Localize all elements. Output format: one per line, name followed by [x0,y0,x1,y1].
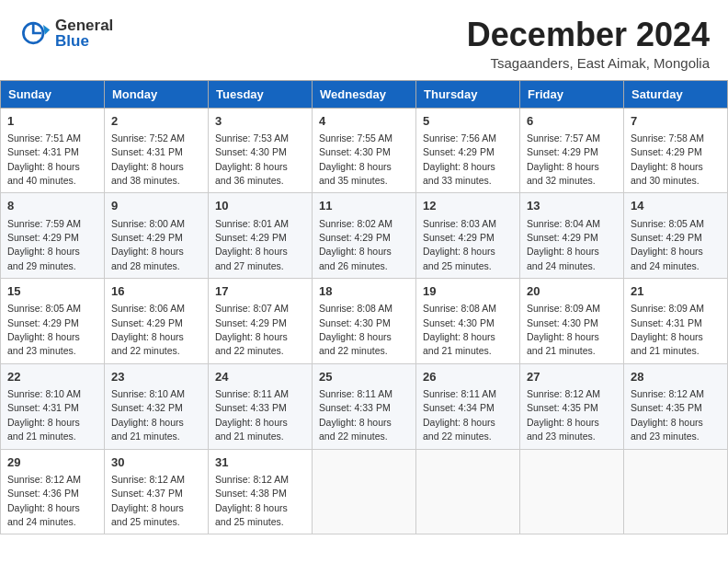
day-info: Sunrise: 7:58 AMSunset: 4:29 PMDaylight:… [631,132,704,186]
day-info: Sunrise: 8:08 AMSunset: 4:30 PMDaylight:… [319,303,392,356]
day-number: 4 [319,113,409,130]
calendar-cell [313,449,416,534]
day-number: 7 [631,113,721,130]
day-number: 21 [631,283,721,300]
logo: General Blue [18,17,113,50]
day-number: 10 [215,198,305,214]
day-info: Sunrise: 7:57 AMSunset: 4:29 PMDaylight:… [527,132,600,186]
weekday-header: Sunday [1,80,105,108]
day-number: 28 [631,369,721,385]
location: Tsagaanders, East Aimak, Mongolia [467,55,710,71]
calendar-cell: 4Sunrise: 7:55 AMSunset: 4:30 PMDaylight… [313,108,416,193]
day-number: 9 [111,198,201,214]
logo-general: General [55,17,113,33]
day-info: Sunrise: 8:04 AMSunset: 4:29 PMDaylight:… [527,218,600,271]
day-info: Sunrise: 8:11 AMSunset: 4:33 PMDaylight:… [319,388,392,442]
day-info: Sunrise: 7:55 AMSunset: 4:30 PMDaylight:… [319,132,392,186]
calendar-cell: 3Sunrise: 7:53 AMSunset: 4:30 PMDaylight… [209,108,313,193]
calendar-cell: 19Sunrise: 8:08 AMSunset: 4:30 PMDayligh… [416,279,520,364]
calendar-cell: 9Sunrise: 8:00 AMSunset: 4:29 PMDaylight… [105,193,209,279]
calendar-cell: 13Sunrise: 8:04 AMSunset: 4:29 PMDayligh… [520,193,624,279]
calendar-week-row: 8Sunrise: 7:59 AMSunset: 4:29 PMDaylight… [1,193,728,279]
calendar-cell: 30Sunrise: 8:12 AMSunset: 4:37 PMDayligh… [105,449,209,534]
calendar-cell: 31Sunrise: 8:12 AMSunset: 4:38 PMDayligh… [209,449,313,534]
day-number: 5 [423,113,513,130]
day-number: 12 [423,198,513,214]
day-info: Sunrise: 8:11 AMSunset: 4:33 PMDaylight:… [215,388,289,442]
calendar-cell: 21Sunrise: 8:09 AMSunset: 4:31 PMDayligh… [624,279,728,364]
day-info: Sunrise: 8:10 AMSunset: 4:31 PMDaylight:… [7,388,81,442]
day-number: 15 [7,283,97,300]
day-info: Sunrise: 8:01 AMSunset: 4:29 PMDaylight:… [215,218,289,271]
day-info: Sunrise: 8:12 AMSunset: 4:36 PMDaylight:… [7,474,81,527]
day-number: 30 [111,454,201,471]
day-number: 31 [215,454,305,471]
calendar-cell: 20Sunrise: 8:09 AMSunset: 4:30 PMDayligh… [520,279,624,364]
day-info: Sunrise: 8:12 AMSunset: 4:35 PMDaylight:… [527,388,600,442]
day-info: Sunrise: 8:12 AMSunset: 4:38 PMDaylight:… [215,474,289,527]
calendar-cell: 8Sunrise: 7:59 AMSunset: 4:29 PMDaylight… [1,193,105,279]
day-number: 2 [111,113,201,130]
calendar-cell: 7Sunrise: 7:58 AMSunset: 4:29 PMDaylight… [624,108,728,193]
day-info: Sunrise: 7:53 AMSunset: 4:30 PMDaylight:… [215,132,289,186]
weekday-header: Monday [105,80,209,108]
day-info: Sunrise: 8:07 AMSunset: 4:29 PMDaylight:… [215,303,289,356]
weekday-header: Friday [520,80,624,108]
logo-icon [18,17,51,50]
calendar-cell: 15Sunrise: 8:05 AMSunset: 4:29 PMDayligh… [1,279,105,364]
day-number: 14 [631,198,721,214]
calendar-week-row: 22Sunrise: 8:10 AMSunset: 4:31 PMDayligh… [1,363,728,449]
weekday-header: Saturday [624,80,728,108]
calendar-week-row: 15Sunrise: 8:05 AMSunset: 4:29 PMDayligh… [1,279,728,364]
day-number: 25 [319,369,409,385]
calendar-cell: 6Sunrise: 7:57 AMSunset: 4:29 PMDaylight… [520,108,624,193]
day-number: 29 [7,454,97,471]
calendar-cell: 11Sunrise: 8:02 AMSunset: 4:29 PMDayligh… [313,193,416,279]
calendar-cell [416,449,520,534]
day-number: 24 [215,369,305,385]
calendar-cell: 2Sunrise: 7:52 AMSunset: 4:31 PMDaylight… [105,108,209,193]
weekday-header: Thursday [416,80,520,108]
calendar-cell: 25Sunrise: 8:11 AMSunset: 4:33 PMDayligh… [313,363,416,449]
day-number: 17 [215,283,305,300]
calendar-cell: 1Sunrise: 7:51 AMSunset: 4:31 PMDaylight… [1,108,105,193]
calendar-cell: 26Sunrise: 8:11 AMSunset: 4:34 PMDayligh… [416,363,520,449]
day-number: 18 [319,283,409,300]
calendar-cell: 24Sunrise: 8:11 AMSunset: 4:33 PMDayligh… [209,363,313,449]
day-number: 11 [319,198,409,214]
month-title: December 2024 [467,17,710,53]
day-info: Sunrise: 7:59 AMSunset: 4:29 PMDaylight:… [7,218,81,271]
weekday-header: Wednesday [313,80,416,108]
day-info: Sunrise: 8:00 AMSunset: 4:29 PMDaylight:… [111,218,185,271]
calendar-cell: 29Sunrise: 8:12 AMSunset: 4:36 PMDayligh… [1,449,105,534]
day-info: Sunrise: 7:51 AMSunset: 4:31 PMDaylight:… [7,132,81,186]
day-info: Sunrise: 7:56 AMSunset: 4:29 PMDaylight:… [423,132,496,186]
calendar-cell: 12Sunrise: 8:03 AMSunset: 4:29 PMDayligh… [416,193,520,279]
title-block: December 2024 Tsagaanders, East Aimak, M… [467,17,710,71]
day-number: 26 [423,369,513,385]
day-info: Sunrise: 7:52 AMSunset: 4:31 PMDaylight:… [111,132,185,186]
day-number: 27 [527,369,617,385]
day-info: Sunrise: 8:09 AMSunset: 4:31 PMDaylight:… [631,303,704,356]
calendar-cell: 5Sunrise: 7:56 AMSunset: 4:29 PMDaylight… [416,108,520,193]
day-number: 8 [7,198,97,214]
day-info: Sunrise: 8:11 AMSunset: 4:34 PMDaylight:… [423,388,496,442]
day-number: 1 [7,113,97,130]
day-info: Sunrise: 8:12 AMSunset: 4:35 PMDaylight:… [631,388,704,442]
weekday-header: Tuesday [209,80,313,108]
calendar-table: SundayMondayTuesdayWednesdayThursdayFrid… [0,80,728,535]
day-number: 3 [215,113,305,130]
calendar-week-row: 1Sunrise: 7:51 AMSunset: 4:31 PMDaylight… [1,108,728,193]
calendar-cell: 28Sunrise: 8:12 AMSunset: 4:35 PMDayligh… [624,363,728,449]
calendar-cell [520,449,624,534]
day-info: Sunrise: 8:08 AMSunset: 4:30 PMDaylight:… [423,303,496,356]
logo-blue: Blue [55,33,113,49]
day-info: Sunrise: 8:03 AMSunset: 4:29 PMDaylight:… [423,218,496,271]
calendar-week-row: 29Sunrise: 8:12 AMSunset: 4:36 PMDayligh… [1,449,728,534]
calendar-cell: 22Sunrise: 8:10 AMSunset: 4:31 PMDayligh… [1,363,105,449]
calendar-cell [624,449,728,534]
day-info: Sunrise: 8:02 AMSunset: 4:29 PMDaylight:… [319,218,392,271]
calendar-cell: 16Sunrise: 8:06 AMSunset: 4:29 PMDayligh… [105,279,209,364]
day-info: Sunrise: 8:06 AMSunset: 4:29 PMDaylight:… [111,303,185,356]
calendar-cell: 27Sunrise: 8:12 AMSunset: 4:35 PMDayligh… [520,363,624,449]
